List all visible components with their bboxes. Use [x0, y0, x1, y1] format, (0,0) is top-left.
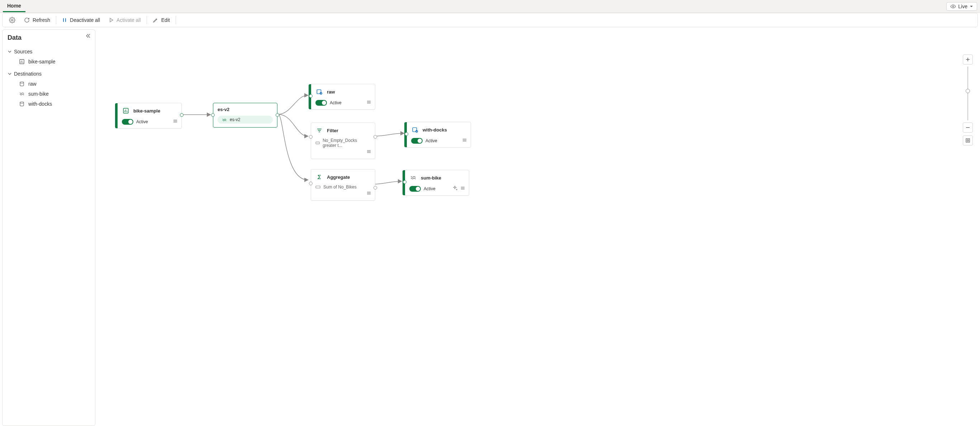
zoom-slider[interactable] — [967, 67, 968, 121]
edit-icon — [153, 17, 158, 23]
filter-icon — [315, 127, 323, 134]
zoom-out-button[interactable] — [963, 122, 973, 133]
node-title: with-docks — [423, 127, 447, 133]
pill-label: es-v2 — [230, 117, 240, 122]
input-port[interactable] — [211, 113, 215, 117]
svg-rect-45 — [966, 139, 970, 142]
node-title: sum-bike — [421, 175, 441, 181]
status-label: Active — [425, 138, 437, 143]
active-toggle[interactable] — [122, 119, 134, 125]
edge — [374, 133, 404, 136]
output-port[interactable] — [180, 113, 183, 117]
destination-item-sum-bike[interactable]: sum-bike — [6, 89, 91, 99]
field-icon — [315, 184, 320, 189]
edge — [374, 181, 401, 184]
sources-section[interactable]: Sources — [6, 46, 91, 57]
input-port[interactable] — [309, 135, 313, 139]
stream-icon — [19, 91, 25, 97]
settings-button[interactable] — [5, 15, 20, 25]
node-header: bike-sample — [122, 107, 177, 114]
zoom-in-button[interactable] — [963, 54, 973, 65]
input-port[interactable] — [309, 94, 313, 98]
active-toggle[interactable] — [315, 100, 327, 106]
drag-handle-icon[interactable] — [366, 191, 371, 197]
chevron-down-icon — [8, 49, 12, 54]
activate-all-label: Activate all — [116, 17, 141, 23]
tab-strip: Home Live — [0, 0, 980, 13]
edit-label: Edit — [161, 17, 170, 23]
svg-rect-29 — [316, 186, 320, 188]
active-toggle[interactable] — [409, 186, 421, 192]
graph-canvas[interactable]: bike-sample Active es-v2 es-v2 — [97, 29, 978, 426]
node-aggregate[interactable]: Aggregate Sum of No_Bikes — [311, 169, 375, 201]
node-raw[interactable]: raw Active — [311, 84, 375, 110]
zoom-control — [963, 54, 973, 145]
data-panel: Data Sources bike-sample Destinations ra… — [2, 29, 95, 426]
toolbar-separator — [56, 16, 56, 24]
destination-item-label: with-docks — [28, 101, 52, 107]
destinations-label: Destinations — [14, 71, 41, 77]
fit-to-screen-button[interactable] — [963, 135, 973, 145]
node-header: Aggregate — [315, 173, 371, 181]
destination-item-raw[interactable]: raw — [6, 79, 91, 89]
destinations-section[interactable]: Destinations — [6, 69, 91, 79]
drag-handle-icon[interactable] — [462, 138, 467, 144]
refresh-button[interactable]: Refresh — [20, 15, 54, 25]
node-status: Active — [315, 100, 371, 106]
drag-handle-icon[interactable] — [366, 149, 371, 155]
live-mode-button[interactable]: Live — [946, 2, 977, 11]
live-mode-label: Live — [958, 3, 967, 9]
destination-item-with-docks[interactable]: with-docks — [6, 99, 91, 109]
plus-icon — [965, 57, 970, 62]
chevron-down-icon — [970, 5, 973, 8]
eye-icon — [950, 3, 956, 9]
node-header: raw — [315, 88, 371, 96]
chevron-double-left-icon — [86, 33, 91, 38]
edit-button[interactable]: Edit — [148, 15, 174, 25]
input-port[interactable] — [309, 182, 313, 185]
output-port[interactable] — [374, 135, 377, 139]
toolbar-separator — [176, 16, 176, 24]
chart-source-icon — [19, 59, 25, 65]
collapse-panel-button[interactable] — [86, 33, 91, 40]
drag-handle-icon[interactable] — [366, 100, 371, 106]
node-rule: Sum of No_Bikes — [315, 184, 371, 189]
node-filter[interactable]: Filter No_Empty_Docks greater t... — [311, 122, 375, 159]
node-sum-bike[interactable]: sum-bike Active — [405, 170, 469, 196]
sparkle-icon[interactable] — [452, 186, 457, 192]
node-bike-sample[interactable]: bike-sample Active — [117, 103, 182, 129]
database-icon — [19, 101, 25, 107]
tab-home[interactable]: Home — [3, 0, 25, 12]
output-port[interactable] — [374, 186, 377, 189]
source-item-label: bike-sample — [28, 59, 55, 65]
node-rule: No_Empty_Docks greater t... — [315, 138, 371, 148]
node-header: es-v2 — [218, 107, 273, 112]
node-with-docks[interactable]: with-docks Active — [406, 122, 471, 148]
active-toggle[interactable] — [411, 138, 423, 144]
deactivate-all-button[interactable]: Deactivate all — [58, 15, 104, 25]
drag-handle-icon[interactable] — [173, 119, 178, 125]
node-title: bike-sample — [134, 108, 160, 114]
zoom-thumb[interactable] — [966, 89, 970, 93]
input-port[interactable] — [403, 180, 406, 184]
output-port[interactable] — [276, 113, 279, 117]
stream-icon — [222, 117, 227, 122]
node-header: Filter — [315, 127, 371, 134]
svg-point-8 — [20, 82, 24, 83]
source-item-bike-sample[interactable]: bike-sample — [6, 57, 91, 67]
fit-screen-icon — [965, 138, 970, 143]
field-icon — [315, 140, 320, 145]
node-stream-pill[interactable]: es-v2 — [218, 116, 273, 124]
node-title: raw — [327, 89, 335, 95]
gear-icon — [9, 17, 16, 23]
drag-handle-icon[interactable] — [460, 186, 465, 192]
canvas-inner[interactable]: bike-sample Active es-v2 es-v2 — [97, 29, 978, 426]
input-port[interactable] — [405, 132, 408, 136]
node-header: sum-bike — [409, 174, 465, 182]
activate-all-button[interactable]: Activate all — [104, 15, 145, 25]
sources-label: Sources — [14, 49, 32, 54]
refresh-icon — [24, 17, 30, 23]
node-es-v2[interactable]: es-v2 es-v2 — [213, 103, 277, 127]
stream-icon — [409, 174, 417, 182]
node-header: with-docks — [411, 126, 466, 134]
